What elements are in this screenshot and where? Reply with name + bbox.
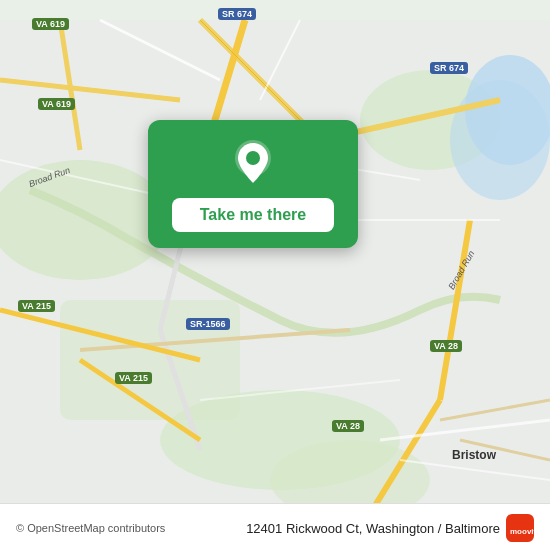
road-badge-va215-1: VA 215 (18, 300, 55, 312)
popup-card: Take me there (148, 120, 358, 248)
road-badge-sr674-1: SR 674 (218, 8, 256, 20)
road-badge-va28-1: VA 28 (430, 340, 462, 352)
road-label-bristow: Bristow (452, 448, 496, 462)
address-text: 12401 Rickwood Ct, Washington / Baltimor… (246, 521, 500, 536)
map-container: VA 619 SR 674 SR 674 VA 619 VA 215 VA 21… (0, 0, 550, 550)
road-badge-sr674-2: SR 674 (430, 62, 468, 74)
svg-text:moovit: moovit (510, 527, 534, 536)
location-pin-icon (228, 138, 278, 188)
moovit-logo: moovit (506, 514, 534, 542)
road-badge-va215-2: VA 215 (115, 372, 152, 384)
road-badge-va619-2: VA 619 (38, 98, 75, 110)
road-badge-va28-2: VA 28 (332, 420, 364, 432)
road-badge-sr1566: SR-1566 (186, 318, 230, 330)
svg-point-32 (246, 151, 260, 165)
road-badge-va619-1: VA 619 (32, 18, 69, 30)
bottom-bar: © OpenStreetMap contributors 12401 Rickw… (0, 503, 550, 550)
map-svg (0, 0, 550, 550)
attribution-text: © OpenStreetMap contributors (16, 522, 165, 534)
take-me-there-button[interactable]: Take me there (172, 198, 334, 232)
